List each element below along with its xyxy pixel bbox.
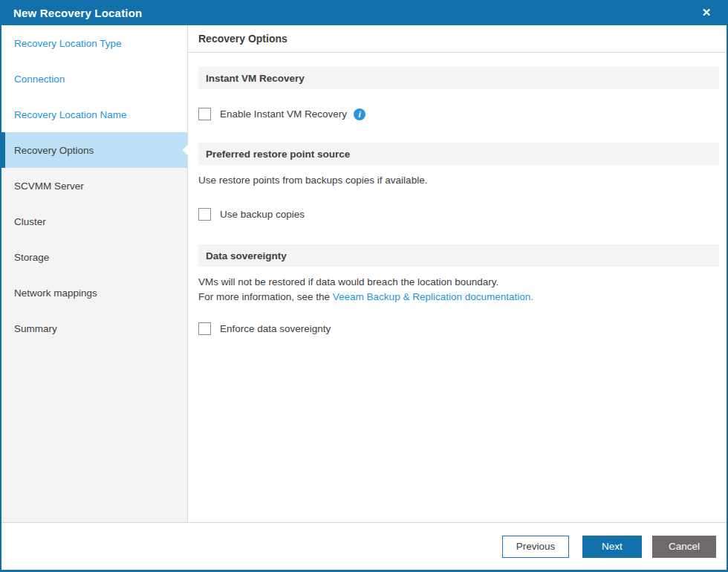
step-label: Summary [14, 323, 57, 334]
enforce-data-sovereignty-checkbox[interactable] [198, 322, 211, 335]
cancel-button[interactable]: Cancel [652, 536, 716, 558]
enable-instant-vm-recovery-checkbox[interactable] [198, 108, 211, 120]
data-sovereignty-line2: For more information, see the Veeam Back… [198, 290, 719, 305]
documentation-link[interactable]: Veeam Backup & Replication documentation… [333, 291, 533, 302]
section-header-instant-vm-recovery: Instant VM Recovery [198, 67, 719, 89]
section-header-restore-point-source: Preferred restore point source [198, 143, 719, 165]
sidebar-item-connection[interactable]: Connection [1, 61, 187, 97]
enable-instant-vm-recovery-row: Enable Instant VM Recovery i [198, 108, 719, 120]
data-sovereignty-line1: VMs will not be restored if data would b… [198, 275, 719, 290]
step-label: Recovery Location Name [14, 109, 127, 120]
use-backup-copies-row: Use backup copies [198, 208, 719, 221]
sidebar-item-summary[interactable]: Summary [1, 311, 187, 346]
sidebar-item-recovery-location-type[interactable]: Recovery Location Type [1, 25, 187, 61]
dialog-title: New Recovery Location [13, 7, 142, 19]
step-label: Recovery Options [14, 145, 94, 156]
sidebar-item-recovery-location-name[interactable]: Recovery Location Name [1, 97, 187, 132]
enable-instant-vm-recovery-label[interactable]: Enable Instant VM Recovery [220, 108, 347, 120]
new-recovery-location-dialog: New Recovery Location ✕ Recovery Locatio… [0, 0, 728, 572]
sidebar-item-network-mappings[interactable]: Network mappings [1, 275, 187, 311]
use-backup-copies-label[interactable]: Use backup copies [220, 209, 305, 220]
step-label: SCVMM Server [14, 181, 84, 192]
close-icon[interactable]: ✕ [697, 3, 716, 22]
next-button[interactable]: Next [582, 536, 642, 558]
step-label: Cluster [14, 216, 46, 227]
enforce-data-sovereignty-row: Enforce data sovereignty [198, 322, 719, 335]
data-sovereignty-description: VMs will not be restored if data would b… [198, 275, 719, 305]
footer-bar: Previous Next Cancel [1, 522, 727, 570]
step-label: Connection [14, 74, 65, 85]
section-header-data-sovereignty: Data sovereignty [198, 244, 719, 267]
enforce-data-sovereignty-label[interactable]: Enforce data sovereignty [220, 323, 331, 334]
step-label: Recovery Location Type [14, 38, 122, 49]
main-panel: Recovery Options Instant VM Recovery Ena… [188, 25, 727, 522]
step-label: Network mappings [14, 287, 97, 299]
sidebar-item-cluster[interactable]: Cluster [1, 204, 187, 239]
sidebar-item-recovery-options[interactable]: Recovery Options [1, 132, 187, 168]
step-label: Storage [14, 252, 49, 263]
wizard-steps-sidebar: Recovery Location Type Connection Recove… [1, 25, 188, 522]
title-bar: New Recovery Location ✕ [0, 0, 728, 25]
previous-button[interactable]: Previous [502, 536, 569, 558]
info-icon[interactable]: i [354, 108, 365, 120]
sidebar-item-scvmm-server[interactable]: SCVMM Server [1, 168, 187, 204]
page-title: Recovery Options [188, 25, 727, 53]
sidebar-item-storage[interactable]: Storage [1, 239, 187, 275]
restore-point-source-description: Use restore points from backups copies i… [198, 173, 719, 188]
use-backup-copies-checkbox[interactable] [198, 208, 211, 221]
